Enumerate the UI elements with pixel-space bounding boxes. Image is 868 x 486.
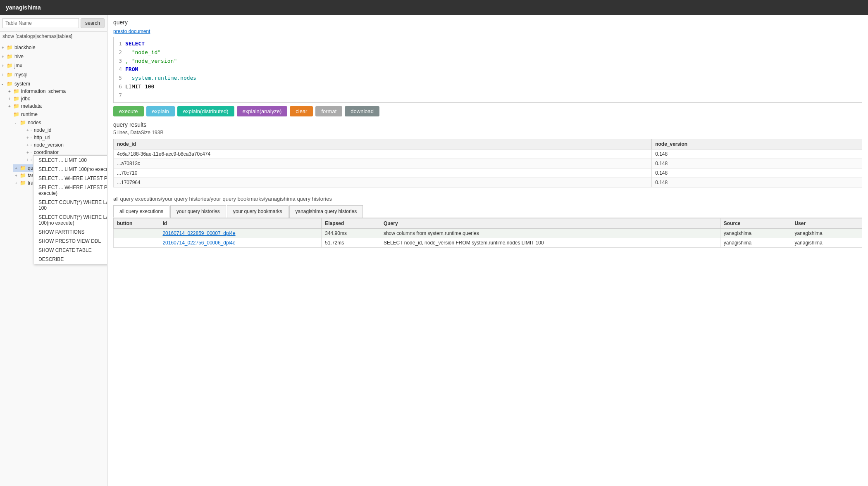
tree-row-node-version[interactable]: + ▫ node_version bbox=[20, 141, 107, 149]
folder-icon-mysql: 📁 bbox=[7, 72, 13, 78]
list-item: 20160714_022756_00006_dpl4e 51.72ms SELE… bbox=[114, 238, 862, 247]
label-node-id: node_id bbox=[34, 127, 52, 133]
history-query-2: SELECT node_id, node_version FROM system… bbox=[380, 238, 720, 247]
col-header-node-version: node_version bbox=[652, 139, 862, 149]
tree-row-metadata[interactable]: + 📁 metadata bbox=[7, 102, 107, 110]
toggle-information-schema[interactable]: + bbox=[8, 89, 13, 94]
query-section-title: query bbox=[113, 19, 862, 26]
table-row: 4c6a7188-36ae-11e6-acc9-b8ca3a70c474 0.1… bbox=[114, 149, 862, 159]
toggle-queries[interactable]: + bbox=[15, 166, 20, 171]
code-line-4: 4 FROM bbox=[114, 65, 862, 74]
label-node-version: node_version bbox=[34, 142, 64, 148]
show-label: show [catalogs|schemas|tables] bbox=[0, 32, 107, 41]
toggle-runtime[interactable]: - bbox=[8, 112, 13, 117]
content-area: query presto document 1 SELECT 2 "node_i… bbox=[107, 15, 868, 486]
label-mysql: mysql bbox=[14, 72, 27, 78]
tree-row-hive[interactable]: + 📁 hive bbox=[0, 53, 107, 60]
col-folder-state: ▫ bbox=[31, 157, 32, 162]
history-tabs-bar: all query executions your query historie… bbox=[113, 205, 862, 218]
tree-row-nodes[interactable]: - 📁 nodes bbox=[13, 119, 107, 126]
label-http-uri: http_uri bbox=[34, 135, 50, 140]
ctx-show-partitions[interactable]: SHOW PARTITIONS bbox=[33, 228, 107, 237]
folder-icon-metadata: 📁 bbox=[13, 103, 19, 109]
tree-row-mysql[interactable]: + 📁 mysql bbox=[0, 71, 107, 78]
tree-row-http-uri[interactable]: + ▫ http_uri bbox=[20, 134, 107, 141]
history-btn-1 bbox=[114, 228, 159, 238]
results-table: node_id node_version 4c6a7188-36ae-11e6-… bbox=[113, 139, 862, 187]
folder-icon-nodes: 📁 bbox=[20, 120, 26, 126]
history-elapsed-2: 51.72ms bbox=[322, 238, 380, 247]
execute-button[interactable]: execute bbox=[113, 106, 144, 116]
label-nodes: nodes bbox=[28, 120, 41, 126]
ctx-select-latest-partition[interactable]: SELECT ... WHERE LATEST PARTITION LIMIT … bbox=[33, 174, 107, 183]
explain-analyze-button[interactable]: explain(analyze) bbox=[237, 106, 288, 116]
main-layout: search show [catalogs|schemas|tables] + … bbox=[0, 15, 868, 486]
history-section: all query executions/your query historie… bbox=[113, 196, 862, 248]
folder-icon-runtime: 📁 bbox=[13, 111, 19, 117]
col-header-node-id: node_id bbox=[114, 139, 652, 149]
ctx-show-create-table[interactable]: SHOW CREATE TABLE bbox=[33, 246, 107, 255]
results-title: query results bbox=[113, 121, 862, 128]
ctx-show-presto-view[interactable]: SHOW PRESTO VIEW DDL bbox=[33, 237, 107, 246]
tab-bookmarks[interactable]: your query bookmarks bbox=[227, 205, 289, 218]
history-section-title: all query executions/your query historie… bbox=[113, 196, 862, 202]
explain-button[interactable]: explain bbox=[146, 106, 175, 116]
toggle-system[interactable]: - bbox=[2, 82, 7, 86]
ctx-select-latest-no-exec[interactable]: SELECT ... WHERE LATEST PARTITION LIMIT … bbox=[33, 183, 107, 198]
clear-button[interactable]: clear bbox=[290, 106, 313, 116]
tab-all-executions[interactable]: all query executions bbox=[113, 205, 169, 218]
line-content-2: "node_id" bbox=[125, 48, 862, 57]
history-id-link-2[interactable]: 20160714_022756_00006_dpl4e bbox=[162, 240, 235, 246]
toggle-metadata[interactable]: + bbox=[8, 104, 13, 109]
line-content-6: LIMIT 100 bbox=[125, 83, 862, 91]
query-section: query presto document 1 SELECT 2 "node_i… bbox=[113, 19, 862, 116]
tree-row-node-id[interactable]: + ▫ node_id bbox=[20, 126, 107, 134]
tree-row-runtime[interactable]: - 📁 runtime bbox=[7, 111, 107, 118]
label-information-schema: information_schema bbox=[21, 88, 66, 94]
ctx-count-latest-partition[interactable]: SELECT COUNT(*) WHERE LATEST PARTITION L… bbox=[33, 198, 107, 213]
code-line-1: 1 SELECT bbox=[114, 40, 862, 48]
toggle-blackhole[interactable]: + bbox=[2, 45, 7, 50]
toggle-transactions[interactable]: + bbox=[15, 181, 20, 185]
ctx-select-limit-no-exec[interactable]: SELECT ... LIMIT 100(no execute) bbox=[33, 165, 107, 174]
col-folder-coordinator: ▫ bbox=[31, 150, 32, 155]
ctx-count-latest-no-exec[interactable]: SELECT COUNT(*) WHERE LATEST PARTITION L… bbox=[33, 213, 107, 228]
history-id-link-1[interactable]: 20160714_022859_00007_dpl4e bbox=[162, 230, 235, 236]
ctx-describe[interactable]: DESCRIBE bbox=[33, 255, 107, 264]
tree-item-hive: + 📁 hive bbox=[0, 52, 107, 61]
toggle-mysql[interactable]: + bbox=[2, 73, 7, 77]
toggle-jdbc[interactable]: + bbox=[8, 97, 13, 101]
tree-row-jmx[interactable]: + 📁 jmx bbox=[0, 62, 107, 69]
tree-row-blackhole[interactable]: + 📁 blackhole bbox=[0, 44, 107, 51]
code-editor[interactable]: 1 SELECT 2 "node_id" 3 , "node_version" … bbox=[113, 37, 862, 103]
tab-yanagishima-histories[interactable]: yanagishima query histories bbox=[289, 205, 363, 218]
toggle-nodes[interactable]: - bbox=[15, 121, 20, 125]
tree-row-jdbc[interactable]: + 📁 jdbc bbox=[7, 95, 107, 102]
toggle-tasks[interactable]: + bbox=[15, 173, 20, 178]
code-line-3: 3 , "node_version" bbox=[114, 57, 862, 66]
tree-row-system[interactable]: - 📁 system bbox=[0, 80, 107, 88]
folder-icon-hive: 📁 bbox=[7, 54, 13, 59]
download-button[interactable]: download bbox=[345, 106, 379, 116]
history-id-2: 20160714_022756_00006_dpl4e bbox=[159, 238, 322, 247]
col-icon-http-uri: + bbox=[26, 135, 29, 140]
folder-icon-blackhole: 📁 bbox=[7, 45, 13, 50]
table-name-input[interactable] bbox=[2, 18, 79, 28]
tree-item-blackhole: + 📁 blackhole bbox=[0, 43, 107, 52]
line-content-5: system.runtime.nodes bbox=[125, 74, 862, 83]
tab-my-histories[interactable]: your query histories bbox=[170, 205, 226, 218]
results-section: query results 5 lines, DataSize 193B nod… bbox=[113, 121, 862, 187]
explain-distributed-button[interactable]: explain(distributed) bbox=[177, 106, 234, 116]
toggle-jmx[interactable]: + bbox=[2, 64, 7, 68]
presto-document-link[interactable]: presto document bbox=[113, 28, 150, 34]
history-user-2: yanagishima bbox=[791, 238, 862, 247]
folder-icon-information-schema: 📁 bbox=[13, 88, 19, 94]
search-button[interactable]: search bbox=[81, 18, 105, 28]
col-icon-node-id: + bbox=[26, 128, 29, 133]
tree-item-mysql: + 📁 mysql bbox=[0, 70, 107, 79]
toggle-hive[interactable]: + bbox=[2, 55, 7, 59]
col-icon-state: + bbox=[26, 158, 29, 162]
tree-row-information-schema[interactable]: + 📁 information_schema bbox=[7, 88, 107, 95]
ctx-select-limit[interactable]: SELECT ... LIMIT 100 bbox=[33, 156, 107, 165]
format-button[interactable]: format bbox=[315, 106, 342, 116]
